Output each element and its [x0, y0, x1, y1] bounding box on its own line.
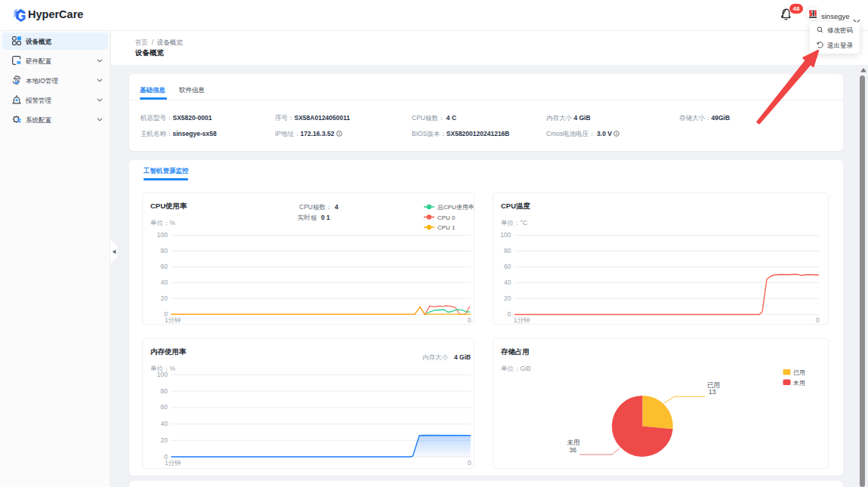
- svg-text:0: 0: [508, 310, 511, 318]
- svg-text:I/O: I/O: [14, 78, 20, 82]
- svg-text:0: 0: [816, 316, 820, 324]
- svg-text:100: 100: [157, 231, 168, 239]
- svg-text:100: 100: [500, 231, 511, 239]
- svg-text:1分钟: 1分钟: [165, 316, 181, 324]
- svg-text:单位：GiB: 单位：GiB: [501, 365, 531, 372]
- svg-text:CPU 0: CPU 0: [437, 214, 456, 221]
- svg-text:1分钟: 1分钟: [165, 459, 181, 467]
- svg-text:CPU核数：: CPU核数：: [299, 203, 332, 211]
- svg-text:4 GiB: 4 GiB: [454, 353, 471, 361]
- svg-text:40: 40: [161, 279, 168, 286]
- svg-text:40: 40: [504, 279, 511, 286]
- svg-text:CPU温度: CPU温度: [501, 202, 531, 210]
- svg-text:CPU 1: CPU 1: [437, 224, 456, 231]
- svg-text:60: 60: [161, 263, 168, 270]
- svg-text:20: 20: [161, 294, 168, 302]
- svg-text:0: 0: [468, 316, 471, 324]
- svg-text:内存大小: 内存大小: [422, 353, 449, 361]
- svg-text:40: 40: [161, 420, 168, 427]
- svg-text:20: 20: [504, 294, 511, 302]
- svg-text:已用: 已用: [793, 369, 805, 376]
- svg-text:13: 13: [709, 388, 716, 396]
- svg-text:80: 80: [161, 387, 168, 395]
- svg-text:80: 80: [161, 247, 168, 254]
- svg-text:60: 60: [161, 403, 168, 411]
- svg-text:单位：°C: 单位：°C: [501, 219, 527, 227]
- svg-text:100: 100: [157, 371, 168, 378]
- svg-text:未用: 未用: [567, 439, 579, 446]
- svg-text:实时核: 实时核: [298, 214, 317, 221]
- svg-text:CPU使用率: CPU使用率: [150, 202, 187, 210]
- svg-text:60: 60: [504, 263, 511, 270]
- svg-text:未用: 未用: [792, 380, 805, 387]
- svg-text:存储占用: 存储占用: [500, 347, 530, 356]
- svg-text:1分钟: 1分钟: [514, 316, 530, 324]
- svg-text:0 1: 0 1: [321, 214, 330, 221]
- svg-text:0: 0: [468, 459, 471, 467]
- svg-text:总CPU使用率: 总CPU使用率: [437, 204, 474, 211]
- svg-text:80: 80: [504, 247, 511, 254]
- svg-text:内存使用率: 内存使用率: [150, 347, 187, 356]
- svg-text:36: 36: [570, 446, 577, 454]
- svg-text:20: 20: [161, 436, 168, 444]
- svg-text:单位：%: 单位：%: [150, 219, 176, 227]
- svg-text:已用: 已用: [707, 381, 720, 389]
- svg-text:4: 4: [335, 203, 338, 211]
